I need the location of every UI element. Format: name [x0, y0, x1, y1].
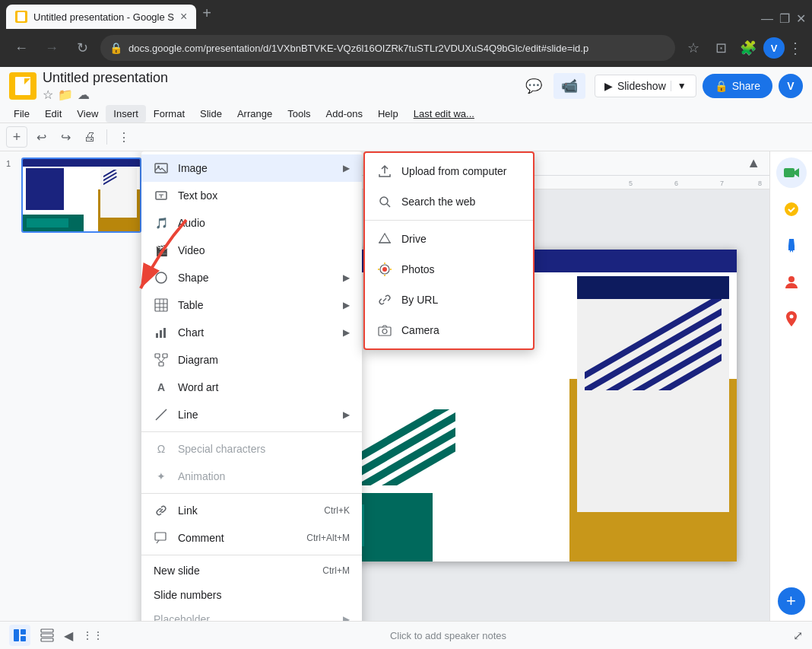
menu-tools[interactable]: Tools — [280, 105, 318, 122]
maximize-button[interactable]: ❐ — [779, 11, 790, 26]
menu-option-comment[interactable]: Comment Ctrl+Alt+M — [141, 524, 362, 552]
submenu-photos[interactable]: Photos — [365, 254, 533, 285]
menu-help[interactable]: Help — [370, 105, 406, 122]
minimize-button[interactable]: — — [761, 12, 773, 26]
submenu-drive[interactable]: Drive — [365, 224, 533, 254]
meet-btn[interactable]: 📹 — [553, 73, 585, 99]
sidebar-add-button[interactable]: + — [778, 587, 805, 615]
submenu-upload[interactable]: Upload from computer — [365, 156, 533, 186]
menu-option-textbox[interactable]: Text box — [141, 182, 362, 209]
undo-button[interactable]: ↩ — [30, 126, 52, 148]
extensions-icon[interactable]: 🧩 — [736, 36, 760, 60]
menu-option-link[interactable]: Link Ctrl+K — [141, 497, 362, 524]
menu-option-shape[interactable]: Shape ▶ — [141, 264, 362, 291]
sidebar-keep-icon[interactable] — [776, 231, 807, 261]
menu-option-line[interactable]: Line ▶ — [141, 401, 362, 428]
more-toolbar[interactable]: ⋮ — [113, 126, 135, 148]
menu-insert[interactable]: Insert — [106, 105, 146, 122]
submenu-camera[interactable]: Camera — [365, 315, 533, 345]
browser-menu-icon[interactable]: ⋮ — [788, 39, 803, 57]
menu-option-new-slide[interactable]: New slide Ctrl+M — [141, 558, 362, 583]
sidebar-contacts-icon[interactable] — [776, 267, 807, 297]
app-title[interactable]: Untitled presentation — [43, 70, 168, 86]
slide-preview-1 — [23, 159, 140, 231]
menu-format[interactable]: Format — [146, 105, 192, 122]
app-logo[interactable] — [9, 72, 36, 100]
collapse-button[interactable]: ▲ — [747, 155, 760, 171]
menu-option-diagram[interactable]: Diagram — [141, 346, 362, 374]
browser-profile[interactable]: V — [763, 37, 785, 59]
menu-option-audio[interactable]: 🎵 Audio — [141, 209, 362, 237]
menu-option-placeholder[interactable]: Placeholder ▶ — [141, 607, 362, 621]
slide-number-1: 1 — [6, 157, 15, 168]
cloud-icon[interactable]: ☁ — [78, 87, 90, 102]
tab-title: Untitled presentation - Google S — [33, 11, 174, 23]
slide-view-strip[interactable] — [36, 625, 58, 646]
svg-line-20 — [161, 358, 165, 362]
menu-option-image[interactable]: Image ▶ — [141, 154, 362, 182]
submenu-divider-1 — [365, 220, 533, 221]
photos-icon — [377, 262, 392, 277]
menu-addons[interactable]: Add-ons — [319, 105, 370, 122]
google-sidebar: + — [769, 151, 812, 621]
move-icon[interactable]: 📁 — [58, 87, 73, 102]
svg-point-2 — [788, 276, 795, 282]
animation-icon: ✦ — [154, 469, 169, 484]
menu-option-wordart[interactable]: A Word art — [141, 374, 362, 401]
slideshow-button[interactable]: ▶ Slideshow ▼ — [595, 75, 696, 97]
submenu-by-url[interactable]: By URL — [365, 285, 533, 315]
redo-button[interactable]: ↪ — [55, 126, 76, 148]
slide-item-1[interactable]: 1 — [6, 157, 141, 233]
menu-file[interactable]: File — [6, 105, 37, 122]
menu-view[interactable]: View — [69, 105, 106, 122]
menu-last-edit[interactable]: Last edit wa... — [406, 105, 482, 122]
comment-icon-btn[interactable]: 💬 — [520, 72, 547, 100]
upload-label: Upload from computer — [401, 165, 507, 177]
window-close-button[interactable]: ✕ — [796, 11, 806, 26]
menu-option-chart[interactable]: Chart ▶ — [141, 319, 362, 346]
refresh-button[interactable]: ↻ — [70, 36, 94, 60]
sidebar-tasks-icon[interactable] — [776, 194, 807, 224]
slide-view-grid[interactable] — [9, 625, 30, 646]
notes-expand-btn[interactable]: ⋮⋮ — [82, 629, 103, 641]
slide-thumbnail-1[interactable] — [21, 157, 141, 233]
collapse-panel-btn[interactable]: ◀ — [64, 628, 73, 643]
menu-option-slide-numbers[interactable]: Slide numbers — [141, 583, 362, 607]
menu-divider-2 — [141, 493, 362, 494]
sidebar-meet-icon[interactable] — [776, 157, 807, 188]
menu-option-table[interactable]: Table ▶ — [141, 291, 362, 319]
slideshow-label: Slideshow — [617, 80, 666, 92]
menu-option-video[interactable]: 🎬 Video — [141, 237, 362, 264]
notes-placeholder[interactable]: Click to add speaker notes — [109, 630, 787, 641]
browser-tab[interactable]: Untitled presentation - Google S × — [6, 5, 196, 29]
star-icon[interactable]: ☆ — [43, 87, 53, 102]
menu-edit[interactable]: Edit — [37, 105, 69, 122]
back-button[interactable]: ← — [9, 36, 33, 60]
menu-arrange[interactable]: Arrange — [230, 105, 280, 122]
browser-settings-icon[interactable]: ⊡ — [709, 36, 733, 60]
svg-line-21 — [156, 409, 167, 420]
tab-close[interactable]: × — [180, 10, 187, 24]
svg-rect-16 — [155, 354, 160, 358]
print-button[interactable]: 🖨 — [79, 126, 100, 148]
browser-chrome: Untitled presentation - Google S × + — ❐… — [0, 0, 812, 29]
user-avatar[interactable]: V — [779, 74, 803, 98]
slideshow-dropdown-arrow[interactable]: ▼ — [671, 81, 687, 91]
new-tab-button[interactable]: + — [202, 5, 211, 22]
share-label: Share — [732, 80, 760, 92]
add-button[interactable]: + — [6, 126, 27, 148]
forward-button[interactable]: → — [40, 36, 64, 60]
address-bar[interactable]: 🔒 docs.google.com/presentation/d/1VXbnBT… — [100, 35, 675, 61]
slideshow-icon: ▶ — [604, 80, 613, 92]
menu-option-animation[interactable]: ✦ Animation — [141, 463, 362, 490]
sidebar-maps-icon[interactable] — [776, 304, 807, 334]
menu-slide[interactable]: Slide — [192, 105, 230, 122]
share-button[interactable]: 🔒 Share — [703, 74, 772, 98]
app-title-area: Untitled presentation ☆ 📁 ☁ — [43, 70, 168, 102]
submenu-search-web[interactable]: Search the web — [365, 186, 533, 217]
bookmark-icon[interactable]: ☆ — [681, 36, 706, 60]
menu-option-special-chars[interactable]: Ω Special characters — [141, 435, 362, 463]
bottom-right-expand[interactable]: ⤢ — [793, 628, 803, 643]
table-icon — [154, 297, 169, 313]
url-icon — [377, 292, 392, 307]
